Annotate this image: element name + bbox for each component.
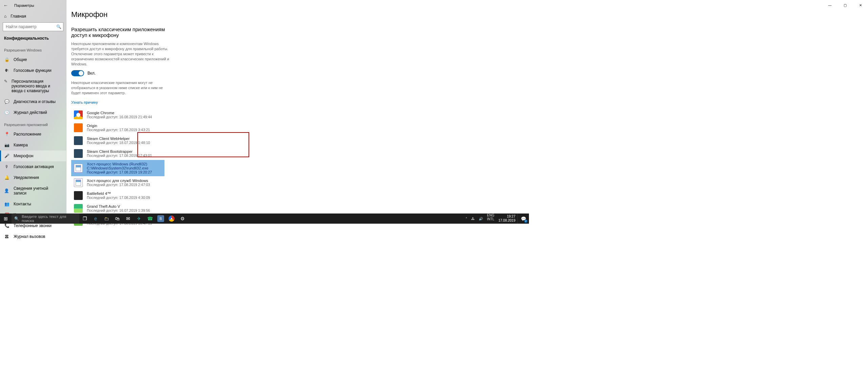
app-last-access: Последний доступ: 17.08.2019 3:43:21 [87,128,150,132]
camera-icon: 📷 [4,143,9,147]
app-name: Хост-процесс для служб Windows [87,179,150,183]
app-name: Grand Theft Auto V [87,204,150,208]
app-info: Grand Theft Auto VПоследний доступ: 16.0… [87,204,150,212]
main-content: — ▢ ✕ Микрофон Разрешить классическим пр… [71,0,868,217]
app-icon [74,136,83,145]
lock-icon: 🔒 [4,57,9,62]
app-row[interactable]: Battlefield 4™Последний доступ: 17.08.20… [71,189,173,202]
call-history-icon: 🕿 [4,234,9,239]
app-info: Steam Client BootstrapperПоследний досту… [87,149,152,158]
category-privacy[interactable]: Конфиденциальность [0,33,66,43]
task-view-button[interactable]: ❐ [79,214,90,224]
taskbar-search[interactable]: 🔍 Введите здесь текст для поиска [12,214,79,224]
tray-overflow[interactable]: ˄ [463,214,469,224]
taskbar-app-store[interactable]: 🛍 [112,214,123,224]
window-controls: — ▢ ✕ [822,0,868,10]
maximize-button[interactable]: ▢ [837,0,853,10]
app-icon [74,110,83,119]
app-info: Хост-процесс для служб WindowsПоследний … [87,179,150,187]
group-windows-permissions: Разрешения Windows [0,43,66,54]
taskbar-app-edge[interactable]: e [90,214,101,224]
nav-account-info[interactable]: 👤Сведения учетной записи [0,183,66,199]
nav-voice-activation[interactable]: 🎙Голосовая активация [0,161,66,172]
nav-activity[interactable]: 🕓Журнал действий [0,107,66,118]
app-last-access: Последний доступ: 17.08.2019 2:47:03 [87,183,150,187]
toggle-state-label: Вкл. [87,71,96,76]
speech-icon: 🗣 [4,68,9,73]
app-name: Battlefield 4™ [87,191,150,196]
tray-volume-icon[interactable]: 🔊 [477,214,485,224]
app-name: Steam Client Bootstrapper [87,149,152,154]
tray-network-icon[interactable]: 🖧 [469,214,477,224]
app-info: Steam Client WebHelperПоследний доступ: … [87,137,150,145]
app-name: Хост-процесс Windows (Rundll32) [87,162,152,166]
tray-action-center[interactable]: 💬2 [517,214,529,224]
search-input[interactable] [3,22,63,31]
history-icon: 🕓 [4,110,9,115]
app-last-access: Последний доступ: 17.08.2019 19:20:27 [87,170,152,174]
app-icon [74,191,83,200]
nav-location[interactable]: 📍Расположение [0,129,66,140]
app-row[interactable]: OriginПоследний доступ: 17.08.2019 3:43:… [71,121,173,134]
app-row[interactable]: Steam Client BootstrapperПоследний досту… [71,147,173,160]
settings-search[interactable]: 🔍 [3,22,63,31]
minimize-button[interactable]: — [822,0,837,10]
app-row[interactable]: Steam Client WebHelperПоследний доступ: … [71,134,173,147]
app-last-access: Последний доступ: 17.08.2019 17:43:01 [87,154,152,158]
nav-call-history[interactable]: 🕿Журнал вызовов [0,231,66,242]
learn-more-link[interactable]: Узнать причину [71,100,98,104]
app-row[interactable]: Grand Theft Auto VПоследний доступ: 16.0… [71,202,173,215]
settings-sidebar: ← Параметры ⌂ Главная 🔍 Конфиденциальнос… [0,0,66,217]
app-row[interactable]: Хост-процесс Windows (Rundll32)C:\Window… [71,160,164,176]
app-icon [74,178,83,187]
taskbar-app-mail[interactable]: ✉ [123,214,134,224]
app-icon [74,149,83,158]
app-row[interactable]: Google ChromeПоследний доступ: 16.08.201… [71,108,173,121]
tray-language[interactable]: ENG INTL [485,214,496,224]
microphone-icon: 🎤 [4,154,9,158]
page-title: Микрофон [71,0,868,24]
app-row[interactable]: Хост-процесс для служб WindowsПоследний … [71,176,173,189]
app-icon [74,123,83,132]
nav-contacts[interactable]: 👥Контакты [0,199,66,209]
taskbar-app-settings[interactable]: ⚙ [177,214,188,224]
app-last-access: Последний доступ: 17.08.2019 4:30:09 [87,196,150,200]
taskbar-app-explorer[interactable]: 🗀 [101,214,112,224]
taskbar-apps: ❐ e 🗀 🛍 ✉ ✈ ☎ B ⚙ [79,214,188,224]
desktop-apps-list: Google ChromeПоследний доступ: 16.08.201… [71,108,868,228]
nav-ink-typing[interactable]: ✎Персонализация рукописного ввода и ввод… [0,76,66,96]
feedback-icon: 💬 [4,99,9,104]
app-last-access: Последний доступ: 18.07.2019 1:48:10 [87,141,150,145]
nav-microphone[interactable]: 🎤Микрофон [0,150,66,161]
taskbar-app-whatsapp[interactable]: ☎ [144,214,155,224]
nav-speech[interactable]: 🗣Голосовые функции [0,65,66,76]
taskbar-app-telegram[interactable]: ✈ [134,214,144,224]
app-icon [74,164,83,172]
window-title: Параметры [14,3,34,7]
app-name: Steam Client WebHelper [87,137,150,141]
nav-general[interactable]: 🔒Общие [0,54,66,65]
taskbar-app-vk[interactable]: B [157,215,164,222]
nav-notifications[interactable]: 🔔Уведомления [0,172,66,183]
nav-camera[interactable]: 📷Камера [0,140,66,150]
app-name: Google Chrome [87,111,152,115]
home-label: Главная [11,14,26,19]
back-button[interactable]: ← [3,3,8,8]
close-button[interactable]: ✕ [853,0,868,10]
taskbar-app-chrome[interactable] [166,214,177,224]
app-info: OriginПоследний доступ: 17.08.2019 3:43:… [87,124,150,132]
desktop-apps-toggle[interactable] [71,70,84,76]
section-description: Некоторым приложениям и компонентам Wind… [71,41,170,67]
nav-diagnostics[interactable]: 💬Диагностика и отзывы [0,96,66,107]
taskbar-search-placeholder: Введите здесь текст для поиска [22,215,77,223]
ink-icon: ✎ [4,79,7,84]
apps-list-note: Некоторые классические приложения могут … [71,80,170,96]
home-button[interactable]: ⌂ Главная [0,11,66,22]
search-icon: 🔍 [14,216,19,221]
tray-clock[interactable]: 19:27 17.08.2019 [496,215,517,223]
taskbar-tray: ˄ 🖧 🔊 ENG INTL 19:27 17.08.2019 💬2 [463,214,529,224]
app-path: C:\Windows\System32\rundll32.exe [87,166,152,170]
location-icon: 📍 [4,132,9,137]
phone-icon: 📞 [4,223,9,228]
start-button[interactable]: ⊞ [0,214,12,224]
